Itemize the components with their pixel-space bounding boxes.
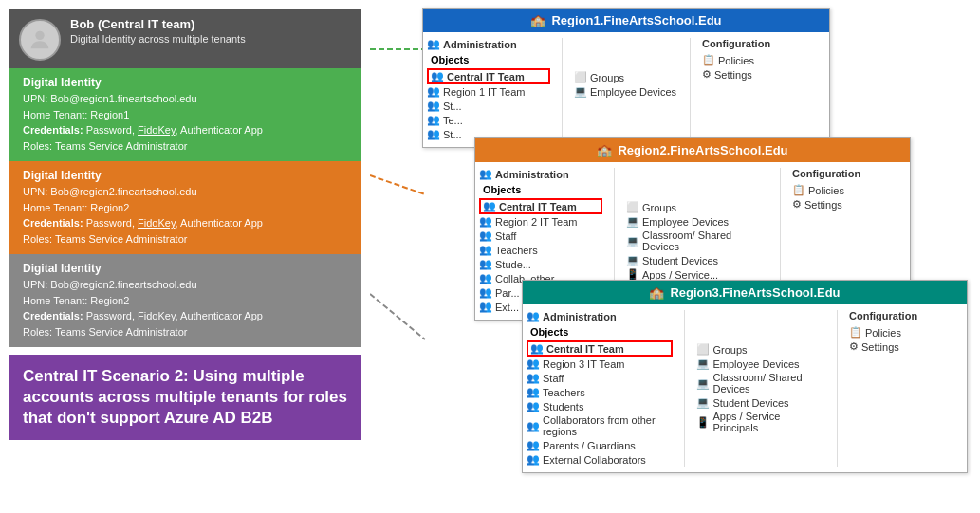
region2-admin-header: 👥 Administration — [479, 168, 602, 180]
region3-apps: 📱 Apps / Service Principals — [696, 410, 825, 434]
region2-students: 👥 Stude... — [479, 257, 602, 271]
region1-header: 🏫 Region1.FineArtsSchool.Edu — [423, 9, 829, 32]
scenario-caption: Central IT Scenario 2: Using multiple ac… — [9, 355, 361, 440]
region2-policies: 📋 Policies — [792, 183, 906, 197]
identity-block-region3: Digital Identity UPN: Bob@region2.finear… — [9, 254, 361, 347]
home-tenant-3: Home Tenant: Region2 — [23, 293, 351, 309]
bob-name: Bob (Central IT team) — [70, 17, 246, 31]
region1-objects: 👥 Administration Objects 👥 Central IT Te… — [427, 38, 550, 141]
region3-box: 🏫 Region3.FineArtsSchool.Edu 👥 Administr… — [522, 280, 968, 473]
roles-2: Roles: Teams Service Administrator — [23, 231, 351, 247]
roles-3: Roles: Teams Service Administrator — [23, 324, 351, 340]
region3-settings: ⚙ Settings — [849, 339, 963, 354]
region3-student-devices: 💻 Student Devices — [696, 395, 825, 410]
region3-divider1 — [684, 310, 685, 467]
region3-header: 🏫 Region3.FineArtsSchool.Edu — [523, 281, 967, 304]
region1-config: Configuration 📋 Policies ⚙ Settings — [702, 38, 816, 141]
region3-config-header: Configuration — [849, 310, 963, 321]
region3-objects: 👥 Administration Objects 👥 Central IT Te… — [527, 310, 673, 467]
region1-divider1 — [562, 38, 563, 141]
avatar — [19, 19, 61, 61]
region2-central-it: 👥 Central IT Team — [479, 198, 602, 214]
region3-teachers: 👥 Teachers — [527, 385, 673, 399]
region1-box: 🏫 Region1.FineArtsSchool.Edu 👥 Administr… — [422, 8, 830, 148]
region1-objects-label: Objects — [431, 54, 550, 65]
roles-1: Roles: Teams Service Administrator — [23, 138, 351, 155]
region1-policies: 📋 Policies — [702, 53, 816, 67]
region3-objects-label: Objects — [530, 326, 673, 338]
bob-header: Bob (Central IT team) Digital Identity a… — [9, 9, 361, 68]
region3-central-it: 👥 Central IT Team — [527, 340, 673, 357]
upn-3: UPN: Bob@region2.fineartschool.edu — [23, 277, 351, 293]
region1-central-it: 👥 Central IT Team — [427, 68, 550, 84]
svg-point-0 — [35, 31, 44, 40]
region3-region-it-label: Region 3 IT Team — [543, 358, 624, 370]
home-tenant-2: Home Tenant: Region2 — [23, 200, 351, 216]
region1-config-header: Configuration — [702, 38, 816, 49]
region2-region-it: 👥 Region 2 IT Team — [479, 214, 602, 229]
svg-line-3 — [370, 294, 425, 339]
region2-student-devices: 💻 Student Devices — [626, 253, 768, 267]
region1-region-it-label: Region 1 IT Team — [443, 86, 525, 98]
main-container: Bob (Central IT team) Digital Identity a… — [0, 0, 980, 513]
region3-config: Configuration 📋 Policies ⚙ Settings — [849, 310, 963, 467]
region1-mid: ⬜ Groups 💻 Employee Devices — [574, 38, 678, 141]
credentials-1: Credentials: Password, FidoKey, Authenti… — [23, 122, 351, 138]
bob-subtitle: Digital Identity across multiple tenants — [70, 33, 246, 45]
region3-students: 👥 Students — [527, 399, 673, 413]
region1-content: 👥 Administration Objects 👥 Central IT Te… — [423, 32, 829, 147]
credentials-2: Credentials: Password, FidoKey, Authenti… — [23, 215, 351, 231]
region3-classroom-devices: 💻 Classroom/ Shared Devices — [696, 371, 825, 395]
identity-label-2: Digital Identity — [23, 169, 351, 182]
region3-icon: 🏫 — [649, 285, 664, 300]
region2-settings: ⚙ Settings — [792, 197, 906, 211]
region1-region-it: 👥 Region 1 IT Team — [427, 84, 550, 99]
region2-region-it-label: Region 2 IT Team — [495, 216, 577, 228]
region3-groups: ⬜ Groups — [696, 342, 825, 357]
region1-staff: 👥 St... — [427, 99, 550, 113]
identity-label-1: Digital Identity — [23, 76, 351, 89]
region1-title: Region1.FineArtsSchool.Edu — [551, 13, 721, 27]
left-panel: Bob (Central IT team) Digital Identity a… — [0, 0, 370, 513]
region1-settings: ⚙ Settings — [702, 67, 816, 82]
region1-divider2 — [690, 38, 691, 141]
home-tenant-1: Home Tenant: Region1 — [23, 107, 351, 123]
region3-region-it: 👥 Region 3 IT Team — [527, 357, 673, 371]
identity-block-region1: Digital Identity UPN: Bob@region1.finear… — [9, 68, 361, 161]
region2-groups: ⬜ Groups — [626, 200, 768, 214]
region2-teachers: 👥 Teachers — [479, 243, 602, 257]
region3-policies: 📋 Policies — [849, 325, 963, 339]
upn-1: UPN: Bob@region1.fineartschool.edu — [23, 91, 351, 107]
region3-external: 👥 External Collaborators — [527, 452, 673, 467]
region2-central-it-label: Central IT Team — [499, 201, 577, 212]
svg-line-2 — [370, 175, 425, 194]
region1-groups: ⬜ Groups — [574, 70, 678, 84]
region2-title: Region2.FineArtsSchool.Edu — [618, 143, 787, 157]
region3-content: 👥 Administration Objects 👥 Central IT Te… — [523, 304, 967, 472]
region3-mid: ⬜ Groups 💻 Employee Devices 💻 Classroom/… — [696, 310, 825, 467]
region3-divider2 — [837, 310, 838, 467]
region3-collab-label: Collaborators from other regions — [543, 414, 673, 437]
region3-parents: 👥 Parents / Guardians — [527, 438, 673, 452]
region2-header: 🏫 Region2.FineArtsSchool.Edu — [475, 138, 910, 162]
credentials-3: Credentials: Password, FidoKey, Authenti… — [23, 308, 351, 324]
region2-config-header: Configuration — [792, 168, 906, 179]
region3-staff: 👥 Staff — [527, 371, 673, 385]
region1-central-it-label: Central IT Team — [447, 71, 525, 82]
region2-classroom-devices: 💻 Classroom/ Shared Devices — [626, 229, 768, 253]
region2-objects-label: Objects — [483, 184, 602, 195]
right-panel: 🏫 Region1.FineArtsSchool.Edu 👥 Administr… — [370, 0, 980, 513]
region2-staff: 👥 Staff — [479, 229, 602, 243]
region3-title: Region3.FineArtsSchool.Edu — [670, 285, 840, 300]
region3-central-it-label: Central IT Team — [546, 343, 624, 355]
upn-2: UPN: Bob@region2.fineartschool.edu — [23, 184, 351, 200]
region1-emp-devices: 💻 Employee Devices — [574, 84, 678, 99]
identity-label-3: Digital Identity — [23, 262, 351, 275]
region2-emp-devices: 💻 Employee Devices — [626, 214, 768, 229]
identity-block-region2: Digital Identity UPN: Bob@region2.finear… — [9, 161, 361, 254]
region1-icon: 🏫 — [530, 13, 545, 27]
region1-admin-header: 👥 Administration — [427, 38, 550, 50]
region3-emp-devices: 💻 Employee Devices — [696, 357, 825, 371]
region2-icon: 🏫 — [597, 143, 612, 157]
region1-teachers: 👥 Te... — [427, 113, 550, 127]
